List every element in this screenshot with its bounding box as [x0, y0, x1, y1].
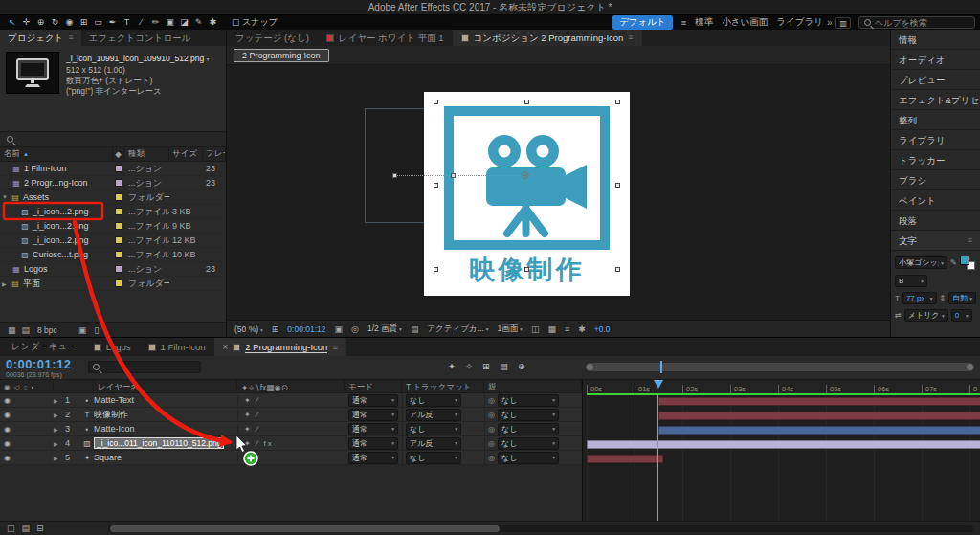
comp-mini-flowchart-icon[interactable]: ◫	[7, 524, 15, 533]
disclosure-icon[interactable]: ▼	[2, 194, 10, 200]
label-chip-cell[interactable]	[113, 165, 124, 172]
label-chip-cell[interactable]	[113, 208, 124, 215]
selection-handle[interactable]	[615, 267, 620, 272]
column-header-type[interactable]: 種類	[124, 147, 169, 161]
mode-select[interactable]: 通常▾	[348, 409, 398, 421]
column-header-switches[interactable]: ✦✧∖fx▦◉⊙	[237, 380, 345, 394]
puppet-pin-tool-icon[interactable]: ✱	[206, 15, 220, 30]
layer-switches[interactable]: ✦ ∕	[237, 425, 345, 434]
layer-duration-bar[interactable]	[587, 455, 663, 463]
pencil-tool-icon[interactable]: ∕	[134, 15, 148, 30]
navigator-end-handle[interactable]	[967, 364, 973, 370]
composition-stage[interactable]: 映像制作 ⊕	[227, 65, 890, 320]
pen-tool-icon[interactable]: ✒	[105, 15, 120, 30]
track-area[interactable]	[582, 393, 980, 521]
playhead-handle[interactable]	[654, 380, 663, 389]
tab-2-programming-icon[interactable]: ×2 Programming-Icon≡	[214, 338, 346, 356]
eraser-tool-icon[interactable]: ◪	[177, 15, 191, 30]
project-search-input[interactable]	[18, 135, 219, 145]
panel-menu-icon[interactable]: ≡	[68, 30, 73, 46]
sidebar-panel-align[interactable]: 整列	[891, 110, 980, 130]
layer-disclosure-icon[interactable]: ▶	[54, 455, 65, 461]
parent-select[interactable]: なし▾	[498, 423, 559, 435]
timeline-layer-row[interactable]: ◉▶1▪Matte-Text✦ ∕通常▾なし▾◎なし▾	[0, 393, 582, 408]
video-visibility-icon[interactable]: ◉	[4, 454, 11, 462]
layer-disclosure-icon[interactable]: ▶	[54, 440, 65, 447]
tab-composition[interactable]: コンポジション 2 Programming-Icon≡	[453, 30, 642, 46]
scrollbar-thumb[interactable]	[110, 525, 500, 532]
layer-duration-bar[interactable]	[587, 440, 980, 449]
project-row[interactable]: ▶▤平面フォルダー	[0, 277, 226, 291]
fill-stroke-swatches[interactable]	[960, 256, 975, 270]
column-header-mode[interactable]: モード	[345, 380, 402, 394]
navigator-playhead[interactable]	[660, 361, 662, 373]
selection-handle[interactable]	[434, 100, 438, 104]
zoom-control-icon[interactable]: ⊟	[36, 524, 44, 533]
comp-navigator-button[interactable]: 2 Programming-Icon	[234, 49, 329, 62]
navigator-start-handle[interactable]	[587, 364, 593, 370]
timeline-layer-row[interactable]: ◉▶4▨_i_ico...011_icon_110110_512.png✦ ∕ …	[0, 436, 582, 451]
column-header-name[interactable]: 名前 ▲	[0, 147, 113, 161]
pickwhip-icon[interactable]: ◎	[488, 425, 495, 434]
interpret-footage-icon[interactable]: ▦	[8, 325, 16, 335]
disclosure-icon[interactable]: ▶	[2, 280, 10, 287]
parent-select[interactable]: なし▾	[498, 437, 559, 450]
draft-3d-icon[interactable]: ✧	[465, 361, 473, 371]
composition-canvas[interactable]: 映像制作	[424, 92, 630, 296]
tab-effect-controls[interactable]: エフェクトコントロール	[81, 30, 199, 46]
workspace-tab-4[interactable]: ライブラリ	[776, 16, 823, 29]
camera-tool-icon[interactable]: ◉	[62, 15, 77, 30]
layer-duration-bar[interactable]	[658, 397, 980, 406]
camera-select[interactable]: アクティブカ...▾	[427, 323, 488, 335]
project-row[interactable]: ▨_i_icon...2.png...ファイル12 KB	[0, 234, 226, 248]
pixel-aspect-icon[interactable]: ◫	[531, 324, 540, 334]
kerning-select[interactable]: メトリクス ▾	[904, 309, 948, 322]
label-chip-cell[interactable]	[113, 193, 124, 201]
type-tool-icon[interactable]: T	[120, 15, 134, 30]
panel-character[interactable]: 文字 ≡	[891, 231, 980, 251]
tab-1-film-icon[interactable]: 1 Film-Icon	[140, 338, 214, 356]
motion-blur-icon[interactable]: ▤	[500, 361, 508, 371]
font-style-select[interactable]: B ▾	[895, 275, 927, 287]
timeline-timecode[interactable]: 0:00:01:12	[6, 357, 72, 371]
grid-guides-icon[interactable]: ▦	[547, 324, 556, 334]
time-ruler[interactable]: 00s01s02s03s04s05s06s07s0	[582, 380, 980, 394]
column-header-size[interactable]: サイズ	[169, 147, 203, 161]
column-header-track-matte[interactable]: T トラックマット	[402, 380, 484, 394]
track-matte-select[interactable]: なし▾	[406, 423, 461, 435]
tracking-select[interactable]: 0 ▾	[951, 309, 972, 322]
color-depth-label[interactable]: 8 bpc	[37, 325, 57, 335]
playhead-line[interactable]	[657, 393, 658, 521]
brush-tool-icon[interactable]: ✏	[148, 15, 163, 30]
pickwhip-icon[interactable]: ◎	[488, 396, 495, 405]
column-header-frames[interactable]: フレー	[203, 147, 226, 161]
panel-menu-icon[interactable]: ≡	[628, 30, 633, 46]
timeline-layer-row[interactable]: ◉▶5✦Square✦ ∕通常▾なし▾◎なし▾	[0, 451, 582, 465]
show-snapshot-icon[interactable]: ◎	[351, 324, 359, 334]
frame-blending-icon[interactable]: ⊞	[482, 361, 490, 371]
time-navigator-bar[interactable]	[586, 363, 974, 371]
sidebar-panel-preview[interactable]: プレビュー	[891, 70, 980, 90]
sidebar-panel-audio[interactable]: オーディオ	[891, 50, 980, 70]
timeline-search-box[interactable]	[88, 361, 201, 373]
layer-disclosure-icon[interactable]: ▶	[54, 412, 65, 418]
snapshot-icon[interactable]: ▣	[335, 324, 344, 334]
horizontal-scrollbar[interactable]	[108, 525, 973, 532]
leading-select[interactable]: 自動 ▾	[948, 292, 976, 304]
live-update-icon[interactable]: ✦	[448, 361, 456, 371]
column-header-parent[interactable]: 親	[484, 380, 582, 394]
project-row[interactable]: ▨Curiosc...t.png...ファイル10 KB	[0, 248, 226, 262]
eyedropper-icon[interactable]: ✎	[950, 258, 957, 267]
magnification-select[interactable]: (50 %)▾	[234, 324, 263, 334]
zoom-tool-icon[interactable]: ⊕	[33, 15, 48, 30]
workspace-overflow-icon[interactable]: »	[827, 17, 833, 28]
selection-handle[interactable]	[524, 267, 529, 272]
project-row[interactable]: ▦2 Progr...ng-Icon...ション23	[0, 176, 226, 190]
workspace-menu-icon[interactable]: ≡	[681, 17, 687, 28]
workspace-switcher-icon[interactable]: ▥	[835, 17, 851, 29]
selection-handle[interactable]	[524, 100, 529, 104]
pickwhip-icon[interactable]: ◎	[488, 454, 495, 462]
selection-handle[interactable]	[615, 183, 620, 188]
pickwhip-icon[interactable]: ◎	[488, 411, 495, 419]
keyframe-marker[interactable]	[392, 173, 397, 178]
